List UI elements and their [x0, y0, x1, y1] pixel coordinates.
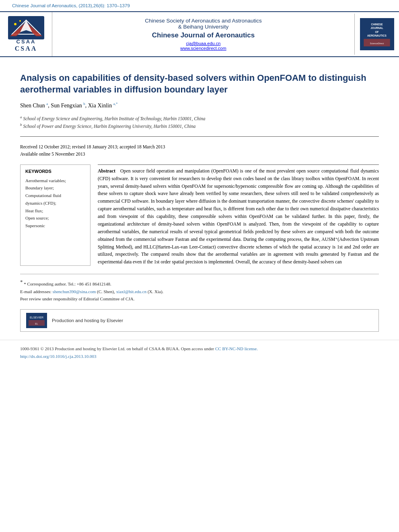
aff-a-text: School of Energy Science and Engineering…: [23, 116, 205, 121]
content-row: KEYWORDS Aerothermal variables; Boundary…: [20, 164, 379, 266]
elsevier-logo-svg: ELSEVIER EL: [27, 314, 46, 327]
csaa-logo: CSAA CSAA: [8, 16, 44, 52]
emails-label: E-mail addresses:: [20, 289, 51, 294]
svg-point-4: [14, 23, 16, 25]
author-3: Xia Xinlin a,*: [88, 103, 118, 109]
email-footnote: E-mail addresses: shenchun390@sina.com (…: [20, 288, 379, 296]
footnotes: * * Corresponding author. Tel.: +86 451 …: [20, 274, 379, 303]
article-dates: Received 12 October 2012; revised 18 Jan…: [20, 143, 379, 158]
journal-logo: CHINESE JOURNAL OF AERONAUTICS ScienceDi…: [360, 18, 394, 50]
elsevier-logo: ELSEVIER EL: [26, 313, 47, 328]
journal-title: Chinese Journal of Aeronautics: [60, 31, 346, 39]
author-email-2-name: (X. Xia).: [148, 289, 163, 294]
svg-text:ELSEVIER: ELSEVIER: [30, 316, 43, 319]
affiliations: a School of Energy Science and Engineeri…: [20, 115, 379, 130]
copyright-line1: 1000-9361 © 2013 Production and hosting …: [20, 345, 379, 353]
author-email-2[interactable]: xiaxl@hit.edu.cn: [116, 289, 147, 294]
abstract-label: Abstract: [98, 168, 115, 174]
author-1-sup: a: [46, 102, 48, 106]
keyword-3: Computational fluid: [25, 192, 85, 199]
author-2-sup: b: [83, 102, 85, 106]
article-title: Analysis on capabilities of density-base…: [20, 72, 379, 95]
aff-marker-b: b: [20, 123, 22, 127]
svg-text:AERONAUTICS: AERONAUTICS: [367, 34, 387, 37]
doi-link[interactable]: http://dx.doi.org/10.1016/j.cja.2013.10.…: [20, 354, 97, 359]
journal-email: cja@buaa.edu.cn www.sciencedirect.com: [60, 41, 346, 51]
received-date: Received 12 October 2012; revised 18 Jan…: [20, 143, 379, 150]
main-content: Analysis on capabilities of density-base…: [0, 57, 399, 340]
svg-text:EL: EL: [35, 322, 38, 325]
keyword-6: Open source;: [25, 214, 85, 222]
online-date: Available online 5 November 2013: [20, 150, 379, 158]
aff-marker-a: a: [20, 115, 22, 119]
authors-line: Shen Chun a, Sun Fengxian b, Xia Xinlin …: [20, 102, 379, 109]
aff-b-text: School of Power and Energy Science, Harb…: [23, 124, 195, 129]
corresponding-text: * Corresponding author. Tel.: +86 451 86…: [24, 281, 111, 286]
journal-logo-container: CHINESE JOURNAL OF AERONAUTICS ScienceDi…: [355, 14, 399, 54]
website-link[interactable]: www.sciencedirect.com: [180, 46, 226, 51]
svg-text:JOURNAL: JOURNAL: [370, 27, 383, 29]
svg-text:CHINESE: CHINESE: [371, 23, 383, 26]
elsevier-footer: ELSEVIER EL Production and hosting by El…: [20, 309, 379, 332]
svg-text:ScienceDirect: ScienceDirect: [370, 42, 384, 45]
elsevier-footer-text: Production and hosting by Elsevier: [52, 318, 123, 323]
doi-line: http://dx.doi.org/10.1016/j.cja.2013.10.…: [20, 353, 379, 360]
star-marker: *: [20, 279, 23, 285]
copyright-text: 1000-9361 © 2013 Production and hosting …: [20, 346, 215, 351]
affiliation-b: b School of Power and Energy Science, Ha…: [20, 122, 379, 130]
author-email-1-name: (C. Shen),: [97, 289, 115, 294]
author-2: Sun Fengxian b: [51, 103, 85, 109]
author-3-sup: a,*: [113, 102, 118, 106]
csaa-emblem-svg: CSAA: [8, 16, 44, 44]
csaa-text: CSAA: [15, 45, 37, 52]
keyword-5: Heat flux;: [25, 207, 85, 215]
svg-text:CSAA: CSAA: [16, 39, 36, 44]
svg-text:OF: OF: [375, 31, 378, 33]
abstract-text: Abstract Open source field operation and…: [98, 165, 379, 266]
org-name-line1: Chinese Society of Aeronautics and Astro…: [60, 18, 346, 24]
keyword-1: Aerothermal variables;: [25, 177, 85, 185]
keyword-2: Boundary layer;: [25, 184, 85, 192]
org-name-line2: & Beihang University: [60, 24, 346, 30]
keyword-7: Supersonic: [25, 222, 85, 230]
abstract-section: Abstract Open source field operation and…: [98, 164, 379, 266]
author-email-1[interactable]: shenchun390@sina.com: [53, 289, 96, 294]
svg-point-5: [19, 20, 21, 22]
separator-1: [20, 136, 379, 137]
citation-link[interactable]: Chinese Journal of Aeronautics, (2013),2…: [12, 3, 130, 8]
keywords-box: KEYWORDS Aerothermal variables; Boundary…: [20, 164, 90, 266]
csaa-logo-container: CSAA CSAA: [0, 12, 52, 56]
email-link[interactable]: cja@buaa.edu.cn: [186, 41, 221, 46]
keywords-title: KEYWORDS: [25, 169, 85, 174]
citation-bar: Chinese Journal of Aeronautics, (2013),2…: [0, 0, 399, 11]
keyword-4: dynamics (CFD);: [25, 199, 85, 207]
corresponding-note: * * Corresponding author. Tel.: +86 451 …: [20, 277, 379, 288]
author-1: Shen Chun a: [20, 103, 48, 109]
cc-license-link[interactable]: CC BY-NC-ND license.: [215, 346, 258, 351]
journal-header: CSAA CSAA Chinese Society of Aeronautics…: [0, 11, 399, 57]
peer-review-note: Peer review under responsibility of Edit…: [20, 295, 379, 303]
journal-logo-svg: CHINESE JOURNAL OF AERONAUTICS ScienceDi…: [361, 20, 393, 48]
header-center: Chinese Society of Aeronautics and Astro…: [52, 14, 355, 55]
keywords-list: Aerothermal variables; Boundary layer; C…: [25, 177, 85, 230]
affiliation-a: a School of Energy Science and Engineeri…: [20, 115, 379, 122]
abstract-content: Open source field operation and manipula…: [98, 168, 379, 265]
copyright-bar: 1000-9361 © 2013 Production and hosting …: [0, 340, 399, 365]
